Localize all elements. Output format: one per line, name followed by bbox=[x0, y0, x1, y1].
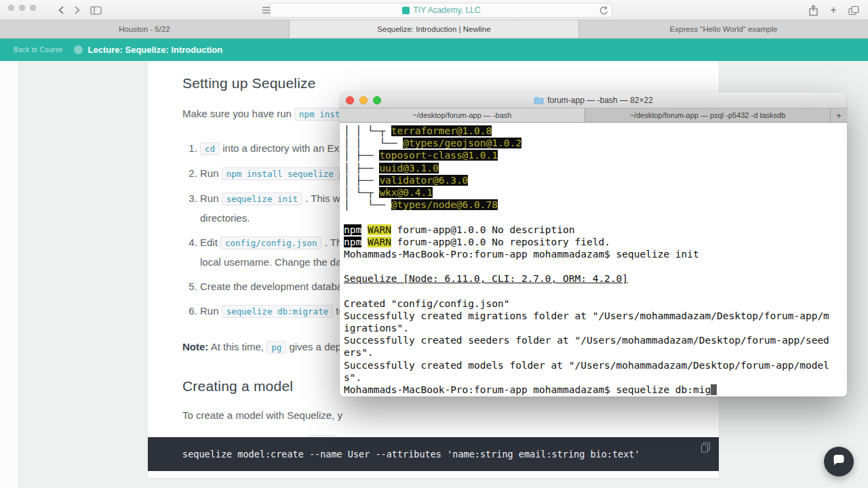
toolbar-right-icons: + bbox=[806, 3, 861, 18]
browser-tab-bar: Houston - 5/22 Sequelize: Introduction |… bbox=[0, 20, 868, 39]
browser-tab-express[interactable]: Express "Hello World" example bbox=[579, 20, 868, 38]
browser-toolbar: TIY Academy, LLC + bbox=[0, 0, 868, 20]
new-tab-icon[interactable]: + bbox=[826, 3, 841, 18]
address-title: TIY Academy, LLC bbox=[414, 5, 481, 15]
back-to-course-link[interactable]: Back to Course bbox=[14, 46, 63, 54]
step-text: Run bbox=[200, 305, 222, 317]
intro-text: Make sure you have run bbox=[182, 108, 294, 119]
step-text: Run bbox=[200, 167, 222, 179]
note-code: pg bbox=[267, 341, 286, 354]
note-text: At this time, bbox=[208, 341, 267, 352]
minimize-window-button[interactable] bbox=[19, 5, 25, 11]
terminal-zoom-button[interactable] bbox=[373, 96, 381, 104]
step-text: directories. bbox=[200, 212, 250, 224]
terminal-window: forum-app — -bash — 82×22 ~/desktop/foru… bbox=[340, 92, 847, 396]
lesson-bullet-icon bbox=[74, 45, 83, 54]
intro-code: npm inst bbox=[294, 108, 344, 121]
step-code: config/config.json bbox=[220, 237, 321, 249]
browser-tab-label: Express "Hello World" example bbox=[670, 25, 778, 33]
note-label: Note: bbox=[182, 341, 208, 352]
browser-tab-label: Houston - 5/22 bbox=[119, 25, 170, 33]
terminal-tab-bash[interactable]: ~/desktop/forum-app — -bash bbox=[340, 108, 585, 122]
sidebar-icon[interactable] bbox=[88, 3, 103, 18]
window-controls bbox=[8, 5, 36, 11]
command-code-block: sequelize model:create --name User --att… bbox=[148, 437, 719, 471]
step-code: npm install sequelize p bbox=[222, 167, 349, 180]
step-code: cd bbox=[200, 142, 220, 155]
note-text: gives a depr bbox=[286, 341, 344, 352]
copy-icon[interactable] bbox=[701, 442, 711, 455]
terminal-title: forum-app — -bash — 82×22 bbox=[547, 96, 653, 105]
terminal-tab-label: ~/desktop/forum-app — psql -p5432 -d tas… bbox=[630, 111, 786, 119]
step-text: Edit bbox=[200, 237, 220, 248]
reload-icon[interactable] bbox=[598, 5, 608, 18]
left-gutter bbox=[0, 61, 19, 488]
browser-tab-label: Sequelize: Introduction | Newline bbox=[377, 25, 490, 33]
step-text: Run bbox=[200, 192, 222, 204]
tab-overview-icon[interactable] bbox=[846, 3, 861, 18]
model-paragraph: To create a model with Sequelize, y bbox=[182, 406, 692, 425]
site-icon bbox=[402, 7, 410, 14]
lesson-title: Lecture: Sequelize: Introduction bbox=[88, 45, 223, 55]
terminal-tab-bar: ~/desktop/forum-app — -bash ~/desktop/fo… bbox=[340, 108, 847, 123]
step-code: sequelize db:migrate bbox=[222, 305, 334, 318]
close-window-button[interactable] bbox=[8, 5, 14, 11]
screen: TIY Academy, LLC + Houston - 5/22 Sequel… bbox=[0, 0, 868, 488]
terminal-titlebar[interactable]: forum-app — -bash — 82×22 bbox=[340, 92, 847, 108]
setup-heading: Setting up Sequelize bbox=[182, 75, 692, 92]
back-icon[interactable] bbox=[54, 3, 69, 18]
terminal-window-controls bbox=[346, 96, 381, 104]
intercom-launcher[interactable] bbox=[824, 447, 854, 476]
terminal-new-tab-button[interactable]: + bbox=[831, 108, 847, 122]
browser-tab-sequelize[interactable]: Sequelize: Introduction | Newline bbox=[290, 20, 579, 38]
command-text: sequelize model:create --name User --att… bbox=[182, 449, 640, 460]
share-icon[interactable] bbox=[806, 3, 821, 18]
forward-icon[interactable] bbox=[69, 3, 84, 18]
step-text: Create the development databas bbox=[200, 281, 348, 292]
folder-icon bbox=[534, 96, 544, 104]
lesson-header: Back to Course Lecture: Sequelize: Intro… bbox=[0, 39, 868, 61]
terminal-tab-label: ~/desktop/forum-app — -bash bbox=[413, 111, 512, 119]
step-code: sequelize init bbox=[222, 192, 302, 205]
terminal-minimize-button[interactable] bbox=[359, 96, 368, 104]
chat-icon bbox=[832, 453, 846, 470]
address-bar[interactable]: TIY Academy, LLC bbox=[270, 3, 612, 18]
terminal-close-button[interactable] bbox=[346, 96, 354, 104]
zoom-window-button[interactable] bbox=[30, 5, 36, 11]
terminal-tab-psql[interactable]: ~/desktop/forum-app — psql -p5432 -d tas… bbox=[585, 108, 831, 122]
step-text: into a directory with an Exp bbox=[220, 142, 344, 154]
step-text: local username. Change the data bbox=[200, 256, 350, 268]
browser-tab-houston[interactable]: Houston - 5/22 bbox=[0, 20, 290, 38]
terminal-body[interactable]: │ │ └─┬ terraformer@1.0.8│ │ └── @types/… bbox=[340, 123, 847, 396]
